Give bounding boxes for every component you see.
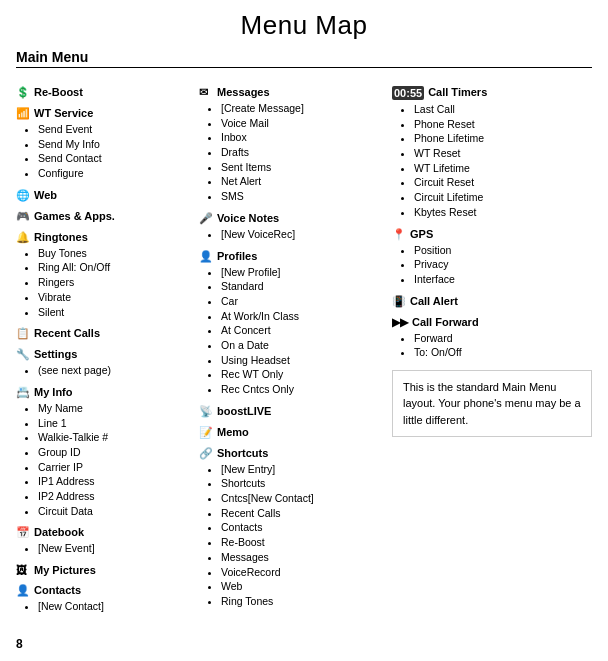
wt-service-list: Send Event Send My Info Send Contact Con… — [16, 122, 191, 181]
list-item: [New Entry] — [221, 462, 384, 477]
web-section: 🌐 Web — [16, 189, 191, 202]
list-item: Send Contact — [38, 151, 191, 166]
call-alert-title: 📳 Call Alert — [392, 295, 592, 308]
list-item: Rec WT Only — [221, 367, 384, 382]
column-2: ✉ Messages [Create Message] Voice Mail I… — [199, 76, 384, 618]
contacts-icon: 👤 — [16, 584, 30, 597]
list-item: Rec Cntcs Only — [221, 382, 384, 397]
list-item: IP2 Address — [38, 489, 191, 504]
list-item: Phone Reset — [414, 117, 592, 132]
list-item: WT Lifetime — [414, 161, 592, 176]
list-item: Cntcs[New Contact] — [221, 491, 384, 506]
boostlive-section: 📡 boostLIVE — [199, 405, 384, 418]
list-item: Circuit Reset — [414, 175, 592, 190]
profiles-title: 👤 Profiles — [199, 250, 384, 263]
datebook-list: [New Event] — [16, 541, 191, 556]
recent-calls-icon: 📋 — [16, 327, 30, 340]
list-item: Kbytes Reset — [414, 205, 592, 220]
list-item: Ringers — [38, 275, 191, 290]
gps-list: Position Privacy Interface — [392, 243, 592, 287]
list-item: Line 1 — [38, 416, 191, 431]
list-item: Standard — [221, 279, 384, 294]
reboost-icon: 💲 — [16, 86, 30, 99]
list-item: Forward — [414, 331, 592, 346]
messages-title: ✉ Messages — [199, 86, 384, 99]
datebook-section: 📅 Datebook [New Event] — [16, 526, 191, 556]
list-item: Walkie-Talkie # — [38, 430, 191, 445]
games-icon: 🎮 — [16, 210, 30, 223]
shortcuts-section: 🔗 Shortcuts [New Entry] Shortcuts Cntcs[… — [199, 447, 384, 609]
my-pictures-title: 🖼 My Pictures — [16, 564, 191, 576]
contacts-list: [New Contact] — [16, 599, 191, 614]
page-title: Menu Map — [16, 10, 592, 41]
list-item: IP1 Address — [38, 474, 191, 489]
datebook-title: 📅 Datebook — [16, 526, 191, 539]
my-info-list: My Name Line 1 Walkie-Talkie # Group ID … — [16, 401, 191, 519]
ringtones-icon: 🔔 — [16, 231, 30, 244]
list-item: [New Profile] — [221, 265, 384, 280]
list-item: Vibrate — [38, 290, 191, 305]
recent-calls-title: 📋 Recent Calls — [16, 327, 191, 340]
list-item: At Work/In Class — [221, 309, 384, 324]
contacts-section: 👤 Contacts [New Contact] — [16, 584, 191, 614]
main-layout: 💲 Re-Boost 📶 WT Service Send Event Send … — [16, 76, 592, 618]
list-item: Contacts — [221, 520, 384, 535]
messages-icon: ✉ — [199, 86, 213, 99]
web-title: 🌐 Web — [16, 189, 191, 202]
profiles-section: 👤 Profiles [New Profile] Standard Car At… — [199, 250, 384, 397]
list-item: Send Event — [38, 122, 191, 137]
list-item: Shortcuts — [221, 476, 384, 491]
list-item: Phone Lifetime — [414, 131, 592, 146]
list-item: Net Alert — [221, 174, 384, 189]
list-item: Circuit Data — [38, 504, 191, 519]
profiles-list: [New Profile] Standard Car At Work/In Cl… — [199, 265, 384, 397]
voice-notes-section: 🎤 Voice Notes [New VoiceRec] — [199, 212, 384, 242]
list-item: WT Reset — [414, 146, 592, 161]
list-item: Position — [414, 243, 592, 258]
list-item: Group ID — [38, 445, 191, 460]
wt-service-title: 📶 WT Service — [16, 107, 191, 120]
wt-service-section: 📶 WT Service Send Event Send My Info Sen… — [16, 107, 191, 181]
list-item: Circuit Lifetime — [414, 190, 592, 205]
web-icon: 🌐 — [16, 189, 30, 202]
my-info-icon: 📇 — [16, 386, 30, 399]
page-number: 8 — [16, 637, 23, 651]
column-1: 💲 Re-Boost 📶 WT Service Send Event Send … — [16, 76, 191, 618]
voice-notes-icon: 🎤 — [199, 212, 213, 225]
boostlive-icon: 📡 — [199, 405, 213, 418]
list-item: Configure — [38, 166, 191, 181]
list-item: Messages — [221, 550, 384, 565]
memo-title: 📝 Memo — [199, 426, 384, 439]
settings-icon: 🔧 — [16, 348, 30, 361]
shortcuts-icon: 🔗 — [199, 447, 213, 460]
list-item: To: On/Off — [414, 345, 592, 360]
gps-icon: 📍 — [392, 228, 406, 241]
list-item: Send My Info — [38, 137, 191, 152]
shortcuts-title: 🔗 Shortcuts — [199, 447, 384, 460]
call-timers-icon: 00:55 — [392, 86, 424, 100]
my-pictures-icon: 🖼 — [16, 564, 30, 576]
call-forward-section: ▶▶ Call Forward Forward To: On/Off — [392, 316, 592, 360]
wt-service-icon: 📶 — [16, 107, 30, 120]
ringtones-list: Buy Tones Ring All: On/Off Ringers Vibra… — [16, 246, 191, 319]
list-item: On a Date — [221, 338, 384, 353]
messages-list: [Create Message] Voice Mail Inbox Drafts… — [199, 101, 384, 204]
list-item: Inbox — [221, 130, 384, 145]
profiles-icon: 👤 — [199, 250, 213, 263]
list-item: Interface — [414, 272, 592, 287]
call-alert-section: 📳 Call Alert — [392, 295, 592, 308]
reboost-title: 💲 Re-Boost — [16, 86, 191, 99]
settings-section: 🔧 Settings (see next page) — [16, 348, 191, 378]
settings-list: (see next page) — [16, 363, 191, 378]
gps-section: 📍 GPS Position Privacy Interface — [392, 228, 592, 287]
list-item: Using Headset — [221, 353, 384, 368]
list-item: Drafts — [221, 145, 384, 160]
list-item: Silent — [38, 305, 191, 320]
ringtones-section: 🔔 Ringtones Buy Tones Ring All: On/Off R… — [16, 231, 191, 319]
my-info-section: 📇 My Info My Name Line 1 Walkie-Talkie #… — [16, 386, 191, 519]
list-item: Sent Items — [221, 160, 384, 175]
list-item: [Create Message] — [221, 101, 384, 116]
list-item: Carrier IP — [38, 460, 191, 475]
list-item: Car — [221, 294, 384, 309]
list-item: Ring All: On/Off — [38, 260, 191, 275]
